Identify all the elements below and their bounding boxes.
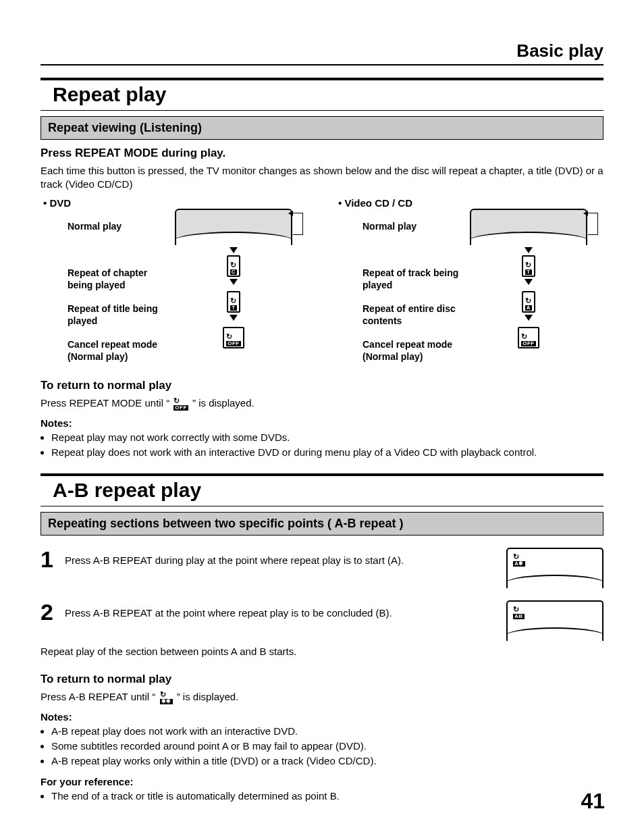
arrow-down-icon <box>230 279 238 285</box>
ab-notes-list: A-B repeat play does not work with an in… <box>41 724 603 768</box>
note-item: Repeat play does not work with an intera… <box>51 445 603 460</box>
tv-screen-icon: ↻AB <box>506 600 603 641</box>
subhead-repeat-viewing: Repeat viewing (Listening) <box>41 116 603 140</box>
repeat-t-icon: ↻T <box>227 291 240 313</box>
notes-head: Notes: <box>41 417 603 429</box>
note-item: Some subtitles recorded around point A o… <box>51 739 603 754</box>
ab-return-head: To return to normal play <box>41 673 603 686</box>
repeat-off-icon: ↻OFF <box>518 327 539 348</box>
dvd-state-label: Repeat of chapter being played <box>68 255 172 291</box>
section-title-repeat: Repeat play <box>53 83 603 106</box>
note-item: Repeat play may not work correctly with … <box>51 430 603 445</box>
mode-diagrams: • DVD Normal play Repeat of chapter bein… <box>41 197 603 363</box>
dvd-column: • DVD Normal play Repeat of chapter bein… <box>41 197 308 363</box>
dvd-state-label: Normal play <box>68 209 172 233</box>
reference-list: The end of a track or title is automatic… <box>41 789 603 804</box>
repeat-off-icon: ↻OFF <box>223 327 244 348</box>
reference-item: The end of a track or title is automatic… <box>51 789 603 804</box>
instruction-head: Press REPEAT MODE during play. <box>41 147 603 160</box>
ab-ab-icon: ↻AB <box>513 606 525 619</box>
arrow-down-icon <box>230 315 238 321</box>
section-title-ab: A-B repeat play <box>53 479 603 502</box>
return-body: Press REPEAT MODE until “ ↻OFF ” is disp… <box>41 396 603 411</box>
note-item: A-B repeat play works only within a titl… <box>51 754 603 768</box>
arrow-down-icon <box>230 247 238 253</box>
vcd-state-label: Repeat of track being played <box>363 255 467 291</box>
return-loop-icon <box>293 213 303 235</box>
arrow-down-icon <box>525 247 533 253</box>
rule <box>41 473 603 476</box>
tv-screen-icon <box>470 209 587 245</box>
ab-a-icon: ↻A✱ <box>513 553 525 567</box>
return-loop-icon <box>588 213 598 235</box>
ab-return-body: Press A-B REPEAT until “ ↻✱✱ ” is displa… <box>41 690 603 704</box>
rule <box>41 110 603 111</box>
tv-screen-icon: ↻A✱ <box>506 548 603 588</box>
vcd-state-label: Normal play <box>363 209 467 233</box>
vcd-state-label: Repeat of entire disc contents <box>363 291 467 327</box>
repeat-t-icon: ↻T <box>522 255 535 277</box>
dvd-state-label: Repeat of title being played <box>68 291 172 327</box>
repeat-off-icon: ↻OFF <box>173 397 188 411</box>
subhead-ab: Repeating sections between two specific … <box>41 512 603 536</box>
notes-list: Repeat play may not work correctly with … <box>41 430 603 460</box>
step-number: 2 <box>41 600 58 623</box>
step-2: 2 Press A-B REPEAT at the point where re… <box>41 600 603 641</box>
rule <box>41 506 603 506</box>
arrow-down-icon <box>525 315 533 321</box>
ab-off-icon: ↻✱✱ <box>160 691 173 704</box>
note-item: A-B repeat play does not work with an in… <box>51 724 603 739</box>
repeat-c-icon: ↻C <box>227 255 240 277</box>
dvd-head: • DVD <box>41 197 308 209</box>
ab-notes-head: Notes: <box>41 711 603 723</box>
chapter-header: Basic play <box>41 41 603 66</box>
after-step2: Repeat play of the section between point… <box>41 645 603 658</box>
step-text: Press A-B REPEAT during play at the poin… <box>65 548 495 566</box>
instruction-body: Each time this button is pressed, the TV… <box>41 164 603 190</box>
step-1: 1 Press A-B REPEAT during play at the po… <box>41 548 603 588</box>
step-number: 1 <box>41 548 58 571</box>
tv-screen-icon <box>175 209 292 245</box>
rule <box>41 78 603 80</box>
step-text: Press A-B REPEAT at the point where repe… <box>65 600 495 619</box>
repeat-a-icon: ↻A <box>522 291 535 313</box>
vcd-head: • Video CD / CD <box>336 197 603 209</box>
dvd-state-label: Cancel repeat mode (Normal play) <box>68 327 172 363</box>
arrow-down-icon <box>525 279 533 285</box>
vcd-column: • Video CD / CD Normal play Repeat of tr… <box>336 197 603 363</box>
return-head: To return to normal play <box>41 379 603 392</box>
page-number: 41 <box>581 789 605 814</box>
vcd-state-label: Cancel repeat mode (Normal play) <box>363 327 467 363</box>
reference-head: For your reference: <box>41 776 603 787</box>
